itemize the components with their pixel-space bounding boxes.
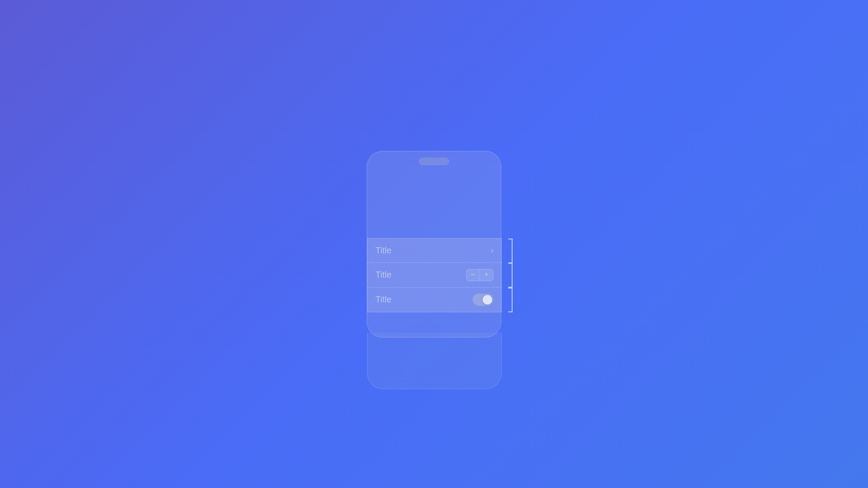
chevron-icon: › (491, 246, 493, 255)
phone-bottom-bg (367, 333, 502, 389)
stepper-control[interactable]: − + (466, 269, 494, 281)
list-row-toggle[interactable]: Title (367, 288, 502, 312)
toggle-control[interactable] (473, 294, 493, 306)
rows-container: Title › Title − + (367, 238, 502, 312)
phone-mockup: Title › Title − + (367, 151, 501, 337)
list-row-chevron[interactable]: Title › (367, 238, 502, 263)
row-chevron-title: Title (375, 246, 391, 255)
scene: Title › Title − + (367, 151, 501, 337)
stepper-minus-button[interactable]: − (467, 269, 480, 281)
row-stepper-title: Title (375, 270, 391, 280)
stepper-plus-button[interactable]: + (480, 269, 493, 281)
phone-notch (419, 157, 449, 165)
toggle-thumb (483, 295, 492, 305)
row-toggle-title: Title (375, 295, 391, 305)
list-row-stepper[interactable]: Title − + (367, 263, 502, 288)
